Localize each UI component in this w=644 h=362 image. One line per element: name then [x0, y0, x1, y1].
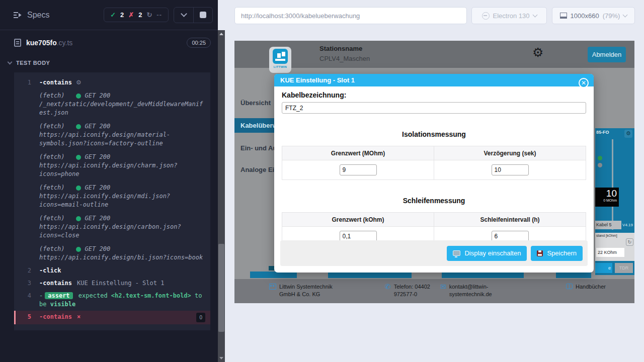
- footer-manuals[interactable]: Handbücher: [566, 283, 606, 303]
- reporter-header: Specs ✓ 2 ✗ 2 ↻ --: [0, 0, 218, 30]
- assert-row[interactable]: 4 -assert expected <h2.text-sm.font-bold…: [14, 290, 210, 311]
- close-icon[interactable]: ✕: [579, 78, 589, 88]
- chevron-down-icon: [8, 60, 13, 65]
- specs-title[interactable]: Specs: [27, 11, 49, 20]
- fetch-log-entry[interactable]: (fetch)GET 200 https://api.iconify.desig…: [14, 120, 210, 150]
- reporter-controls: [174, 7, 213, 23]
- command-row[interactable]: 1 -contains ⚙: [14, 76, 210, 89]
- retry-count-badge: 0: [196, 313, 205, 322]
- resistance-value: 22 KOhm: [596, 248, 624, 257]
- fetch-log-entry[interactable]: (fetch)GET 200 https://api.iconify.desig…: [14, 150, 210, 181]
- passed-icon: ✓: [110, 11, 116, 19]
- station-label: Stationsname: [319, 45, 370, 52]
- scrollbar-thumb[interactable]: [218, 244, 224, 332]
- viewport-size-selector[interactable]: 1000x660 (79%): [552, 7, 635, 24]
- kue-settings-modal: KUE Einstellung - Slot 1 ✕ Kabelbezeichn…: [274, 74, 594, 273]
- cypress-reporter: Specs ✓ 2 ✗ 2 ↻ -- kue705fo.cy.ts 00:25 …: [0, 0, 218, 362]
- command-log: 1 -contains ⚙ (fetch)GET 200 /_next/stat…: [14, 72, 210, 330]
- modal-header: KUE Einstellung - Slot 1 ✕: [274, 74, 594, 86]
- browser-selector[interactable]: Electron 130: [471, 7, 547, 24]
- command-row[interactable]: 3 -containsKUE Einstellung - Slot 1: [14, 277, 210, 290]
- logout-button[interactable]: Abmelden: [588, 47, 626, 62]
- failed-command-row[interactable]: 5 -contains× 0: [14, 311, 210, 324]
- fetch-log-entry[interactable]: (fetch)GET 200 https://api.iconify.desig…: [14, 242, 210, 264]
- pending-count: --: [156, 11, 162, 19]
- test-body-label: TEST BODY: [16, 60, 50, 66]
- modal-footer: Display einschalten Speichern: [280, 240, 588, 266]
- status-ok-icon: [76, 186, 81, 191]
- tdr-button[interactable]: TDR: [615, 263, 633, 273]
- ruler-icon: [560, 13, 567, 19]
- resistance-panel: stand [kOhm] ↻ 22 KOhm: [595, 233, 634, 261]
- station-info: Stationsname CPLV4_Maschen: [319, 45, 370, 62]
- status-ok-icon: [76, 124, 81, 129]
- browser-label: Electron 130: [493, 12, 530, 20]
- cable-name-input[interactable]: [282, 102, 586, 114]
- footer-phone: ✆ Telefon: 04402 972577-0: [385, 283, 440, 303]
- card-gear-icon[interactable]: ⚙: [624, 130, 632, 138]
- book-icon: [566, 284, 573, 289]
- display-on-button[interactable]: Display einschalten: [447, 246, 527, 261]
- factory-icon: [269, 284, 276, 290]
- fetch-log-entry[interactable]: (fetch)GET 200 https://api.iconify.desig…: [14, 212, 210, 242]
- phone-icon: ✆: [385, 283, 391, 290]
- viewport-zoom: (79%): [603, 12, 620, 20]
- footer-email[interactable]: ✉ kontakt@littwin-systemtechnik.de: [440, 283, 546, 303]
- assert-badge: assert: [45, 292, 72, 299]
- refresh-icon[interactable]: ↻: [626, 238, 633, 246]
- monitor-icon: [453, 250, 460, 256]
- spec-file-icon: [14, 39, 21, 47]
- fail-x-icon: ×: [77, 313, 80, 320]
- iso-col-grenzwert: Grenzwert (MOhm): [282, 146, 434, 160]
- stop-button[interactable]: [193, 8, 212, 23]
- url-bar[interactable]: [234, 7, 467, 24]
- fetch-log-entry[interactable]: (fetch)GET 200 https://api.iconify.desig…: [14, 181, 210, 212]
- resistance-label: stand [kOhm]: [596, 234, 633, 237]
- settings-gear-icon[interactable]: ⚙: [532, 46, 543, 59]
- spec-file-row[interactable]: kue705fo.cy.ts 00:25: [0, 30, 218, 55]
- collapse-button[interactable]: [174, 8, 193, 23]
- chevron-down-icon: [181, 11, 187, 17]
- nav-item-analoge-eingaenge[interactable]: Analoge Ei: [234, 162, 280, 177]
- iso-grenzwert-input[interactable]: [340, 164, 377, 175]
- spec-file-name: kue705fo.cy.ts: [26, 39, 72, 47]
- passed-count: 2: [120, 11, 124, 19]
- nav-item-ein-und-ausgaenge[interactable]: Ein- und Au: [234, 141, 280, 155]
- specs-list-icon[interactable]: [13, 12, 22, 19]
- divider: [612, 139, 613, 230]
- app-footer: Littwin Systemtechnik GmbH & Co. KG ✆ Te…: [234, 279, 634, 303]
- nav-item-uebersicht[interactable]: Übersicht: [234, 96, 280, 110]
- logo-text: LITTWIN: [274, 65, 287, 68]
- isolation-table: Grenzwert (MOhm) Verzögerung (sek): [282, 146, 586, 180]
- measurement-display: 10 0 MOhm: [595, 188, 619, 207]
- status-green-dot: [598, 156, 602, 160]
- scroll-up-icon[interactable]: [219, 33, 223, 35]
- save-button[interactable]: Speichern: [531, 246, 583, 261]
- nav-item-kabelueberwachung[interactable]: Kabelüberw: [234, 118, 280, 133]
- modal-title: KUE Einstellung - Slot 1: [280, 76, 355, 84]
- electron-icon: [482, 12, 490, 20]
- station-name: CPLV4_Maschen: [319, 55, 370, 62]
- status-gray-dot: [598, 163, 602, 167]
- email-icon: ✉: [440, 283, 446, 290]
- browser-bar: Electron 130 1000x660 (79%): [225, 0, 644, 31]
- stop-icon: [200, 12, 206, 18]
- logo-icon: [273, 49, 288, 64]
- failed-icon: ✗: [128, 11, 134, 19]
- test-body-header[interactable]: TEST BODY: [0, 55, 218, 70]
- scroll-down-icon[interactable]: [219, 357, 223, 359]
- failed-count: 2: [138, 11, 142, 19]
- url-input[interactable]: [241, 12, 460, 20]
- iso-verzoegerung-input[interactable]: [492, 164, 529, 175]
- isolation-section-title: Isolationsmessung: [282, 130, 586, 138]
- loop-col-grenzwert: Grenzwert (kOhm): [282, 213, 434, 227]
- spec-duration-badge: 00:25: [187, 38, 211, 48]
- status-ok-icon: [76, 247, 81, 252]
- fetch-log-entry[interactable]: (fetch)GET 200 /_next/static/development…: [14, 89, 210, 120]
- reporter-scrollbar[interactable]: [218, 30, 225, 362]
- test-stats: ✓ 2 ✗ 2 ↻ --: [104, 8, 169, 22]
- app-header: Stationsname CPLV4_Maschen ⚙ Abmelden: [234, 41, 634, 68]
- command-row[interactable]: 2 -click: [14, 264, 210, 277]
- cable-name-label: Kabelbezeichnung:: [282, 91, 586, 99]
- partial-button[interactable]: e: [595, 263, 612, 273]
